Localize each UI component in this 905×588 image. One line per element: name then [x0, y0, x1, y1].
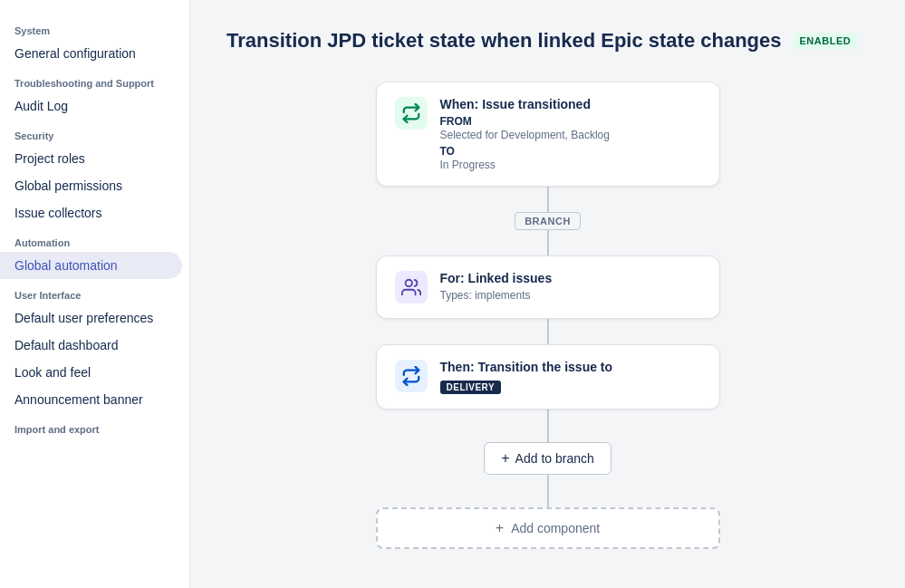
trigger-from-value: Selected for Development, Backlog [440, 129, 701, 141]
then-node: Then: Transition the issue to DELIVERY [376, 344, 720, 410]
sidebar-item-announcement-banner[interactable]: Announcement banner [0, 386, 189, 413]
connector-3 [547, 319, 549, 344]
sidebar-item-audit-log[interactable]: Audit Log [0, 92, 189, 120]
trigger-node: When: Issue transitioned FROM Selected f… [376, 82, 720, 187]
sidebar-section-troubleshooting: Troubleshooting and Support [0, 67, 189, 92]
sidebar-item-issue-collectors[interactable]: Issue collectors [0, 199, 189, 227]
page-header: Transition JPD ticket state when linked … [226, 29, 869, 53]
trigger-node-content: When: Issue transitioned FROM Selected f… [440, 97, 701, 171]
trigger-to-value: In Progress [440, 159, 701, 171]
connector-2 [547, 230, 549, 255]
add-branch-label: Add to branch [515, 451, 594, 466]
sidebar-item-look-and-feel[interactable]: Look and feel [0, 359, 189, 386]
for-node-content: For: Linked issues Types: implements [440, 271, 701, 302]
branch-badge: BRANCH [515, 212, 581, 230]
flow-container: When: Issue transitioned FROM Selected f… [226, 82, 869, 549]
plus-icon: + [501, 450, 509, 467]
connector-5 [547, 475, 549, 507]
trigger-icon [395, 97, 428, 130]
status-badge: ENABLED [793, 33, 859, 49]
sidebar-section-security: Security [0, 120, 189, 145]
then-title: Then: Transition the issue to [440, 360, 701, 374]
then-icon [395, 360, 428, 392]
for-title: For: Linked issues [440, 271, 701, 285]
sidebar-item-global-permissions[interactable]: Global permissions [0, 172, 189, 199]
add-branch-button[interactable]: + Add to branch [484, 442, 611, 475]
add-component-button[interactable]: + Add component [376, 507, 720, 549]
sidebar: System General configuration Troubleshoo… [0, 0, 190, 588]
for-sub: Types: implements [440, 289, 701, 302]
trigger-from-label: FROM [440, 115, 701, 128]
sidebar-section-system: System [0, 14, 189, 40]
svg-point-0 [405, 280, 411, 286]
sidebar-item-default-dashboard[interactable]: Default dashboard [0, 332, 189, 359]
sidebar-item-default-user-preferences[interactable]: Default user preferences [0, 304, 189, 332]
for-icon [395, 271, 428, 304]
add-component-label: Add component [511, 521, 600, 535]
plus-icon-2: + [496, 520, 504, 536]
sidebar-item-global-automation[interactable]: Global automation [0, 252, 182, 279]
sidebar-section-import-export: Import and export [0, 413, 189, 439]
sidebar-item-project-roles[interactable]: Project roles [0, 145, 189, 172]
main-content: Transition JPD ticket state when linked … [190, 0, 905, 588]
delivery-badge: DELIVERY [440, 381, 502, 394]
page-title: Transition JPD ticket state when linked … [226, 29, 782, 53]
trigger-to-label: TO [440, 145, 701, 158]
trigger-title: When: Issue transitioned [440, 97, 701, 111]
for-node: For: Linked issues Types: implements [376, 255, 720, 319]
sidebar-section-automation: Automation [0, 227, 189, 252]
sidebar-item-general-configuration[interactable]: General configuration [0, 40, 189, 67]
connector-1 [547, 187, 549, 212]
connector-4 [547, 410, 549, 442]
sidebar-section-user-interface: User Interface [0, 279, 189, 304]
then-node-content: Then: Transition the issue to DELIVERY [440, 360, 701, 394]
